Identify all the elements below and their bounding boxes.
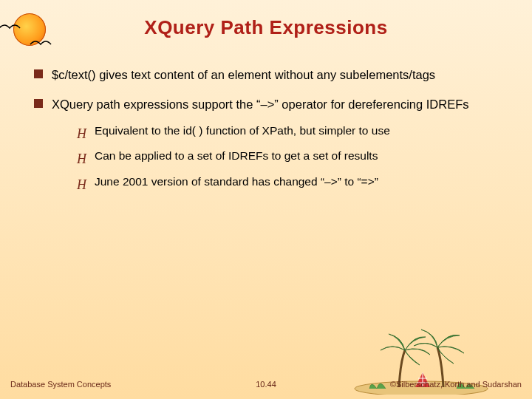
bullet-text: Equivalent to the id( ) function of XPat… (95, 124, 390, 137)
sub-bullet-icon: H (77, 150, 86, 168)
bird-icon (30, 38, 52, 49)
bullet-level1: XQuery path expressions support the “–>”… (30, 96, 502, 190)
slide-title: XQuery Path Expressions (0, 16, 532, 39)
bullet-level1: $c/text() gives text content of an eleme… (30, 66, 502, 83)
bullet-level2: H Equivalent to the id( ) function of XP… (52, 123, 502, 139)
sub-bullet-icon: H (77, 125, 86, 143)
bullet-text: XQuery path expressions support the “–>”… (52, 98, 469, 111)
bullet-level2: H Can be applied to a set of IDREFs to g… (52, 149, 502, 164)
bullet-text: June 2001 version of standard has change… (95, 175, 378, 188)
sub-bullet-icon: H (77, 176, 86, 194)
slide-body: $c/text() gives text content of an eleme… (30, 66, 502, 203)
footer-copyright: ©Silberschatz, Korth and Sudarshan (390, 380, 522, 389)
bullet-text: Can be applied to a set of IDREFs to get… (95, 149, 378, 162)
bullet-level2: H June 2001 version of standard has chan… (52, 174, 502, 190)
